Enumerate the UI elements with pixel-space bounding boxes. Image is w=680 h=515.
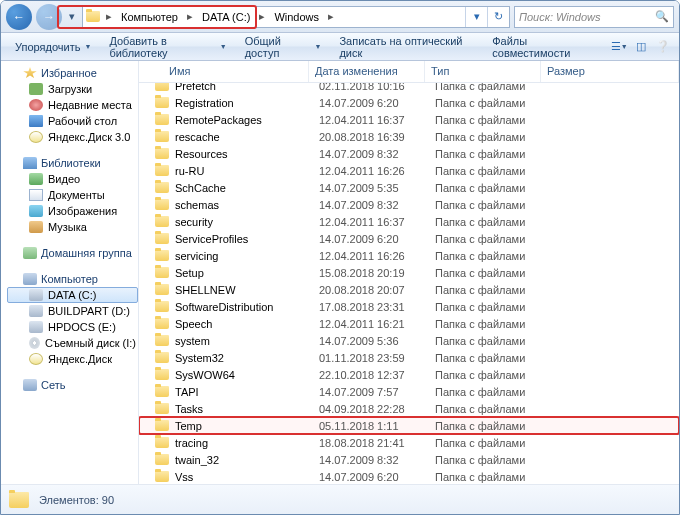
sidebar-item[interactable]: Документы [7,187,138,203]
folder-icon [155,199,169,210]
sidebar-item[interactable]: HPDOCS (E:) [7,319,138,335]
column-type[interactable]: Тип [425,61,541,82]
sidebar-item[interactable]: Яндекс.Диск [7,351,138,367]
breadcrumb-segment[interactable]: DATA (C:) [196,7,256,27]
include-library-button[interactable]: Добавить в библиотеку▼ [101,32,234,62]
breadcrumb-segment[interactable]: Windows [268,7,325,27]
file-row[interactable]: SysWOW6422.10.2018 12:37Папка с файлами [139,366,679,383]
file-row[interactable]: SoftwareDistribution17.08.2018 23:31Папк… [139,298,679,315]
column-name[interactable]: Имя [139,61,309,82]
file-row[interactable]: Speech12.04.2011 16:21Папка с файлами [139,315,679,332]
file-type: Папка с файлами [435,233,551,245]
sidebar-item[interactable]: Загрузки [7,81,138,97]
sidebar-item[interactable]: Недавние места [7,97,138,113]
organize-button[interactable]: Упорядочить▼ [7,38,99,56]
cd-icon [29,337,40,349]
view-options-button[interactable]: ☰▼ [609,37,629,57]
compat-files-button[interactable]: Файлы совместимости [484,32,605,62]
file-type: Папка с файлами [435,335,551,347]
navigation-pane: ▷Избранное ЗагрузкиНедавние местаРабочий… [1,61,139,484]
file-row[interactable]: Registration14.07.2009 6:20Папка с файла… [139,94,679,111]
file-date: 18.08.2018 21:41 [319,437,435,449]
file-date: 20.08.2018 20:07 [319,284,435,296]
address-dropdown[interactable]: ▾ [465,7,487,27]
file-row[interactable]: schemas14.07.2009 8:32Папка с файлами [139,196,679,213]
file-row[interactable]: servicing12.04.2011 16:26Папка с файлами [139,247,679,264]
folder-icon [155,318,169,329]
sidebar-group-computer[interactable]: ◢Компьютер [7,271,138,287]
chevron-right-icon[interactable]: ▸ [325,10,337,23]
file-type: Папка с файлами [435,437,551,449]
file-row[interactable]: system14.07.2009 5:36Папка с файлами [139,332,679,349]
file-row[interactable]: System3201.11.2018 23:59Папка с файлами [139,349,679,366]
sidebar-group-homegroup[interactable]: ▷Домашняя группа [7,245,138,261]
folder-icon [155,97,169,108]
nav-history-dropdown[interactable]: ▾ [66,8,78,26]
file-date: 14.07.2009 7:57 [319,386,435,398]
file-row[interactable]: Vss14.07.2009 6:20Папка с файлами [139,468,679,484]
file-date: 17.08.2018 23:31 [319,301,435,313]
file-row[interactable]: ServiceProfiles14.07.2009 6:20Папка с фа… [139,230,679,247]
file-type: Папка с файлами [435,318,551,330]
chevron-right-icon[interactable]: ▸ [256,10,268,23]
file-row[interactable]: Temp05.11.2018 1:11Папка с файлами [139,417,679,434]
file-type: Папка с файлами [435,114,551,126]
file-row[interactable]: rescache20.08.2018 16:39Папка с файлами [139,128,679,145]
sidebar-item[interactable]: Музыка [7,219,138,235]
refresh-button[interactable]: ↻ [487,7,509,27]
share-button[interactable]: Общий доступ▼ [237,32,330,62]
help-button[interactable]: ❔ [653,37,673,57]
folder-icon [155,250,169,261]
sidebar-item[interactable]: BUILDPART (D:) [7,303,138,319]
folder-icon [155,335,169,346]
sidebar-item[interactable]: Съемный диск (I:) [7,335,138,351]
address-bar[interactable]: ▸ Компьютер ▸ DATA (C:) ▸ Windows ▸ ▾ ↻ [82,6,510,28]
sidebar-item-label: Недавние места [48,99,132,111]
file-row[interactable]: twain_3214.07.2009 8:32Папка с файлами [139,451,679,468]
search-placeholder: Поиск: Windows [519,11,601,23]
file-row[interactable]: SHELLNEW20.08.2018 20:07Папка с файлами [139,281,679,298]
sidebar-item[interactable]: Видео [7,171,138,187]
sidebar-item[interactable]: DATA (C:) [7,287,138,303]
folder-icon [155,403,169,414]
sidebar-item-label: Изображения [48,205,117,217]
file-row[interactable]: Setup15.08.2018 20:19Папка с файлами [139,264,679,281]
libraries-icon [23,157,37,169]
file-type: Папка с файлами [435,148,551,160]
sidebar-item[interactable]: Яндекс.Диск 3.0 [7,129,138,145]
file-type: Папка с файлами [435,386,551,398]
column-date[interactable]: Дата изменения [309,61,425,82]
file-row[interactable]: ru-RU12.04.2011 16:26Папка с файлами [139,162,679,179]
file-row[interactable]: Prefetch02.11.2018 10:16Папка с файлами [139,83,679,94]
file-name: SysWOW64 [175,369,235,381]
sidebar-group-libraries[interactable]: ▷Библиотеки [7,155,138,171]
folder-icon [155,131,169,142]
file-row[interactable]: Tasks04.09.2018 22:28Папка с файлами [139,400,679,417]
file-date: 12.04.2011 16:37 [319,216,435,228]
forward-button[interactable]: → [36,4,62,30]
file-type: Папка с файлами [435,403,551,415]
file-row[interactable]: RemotePackages12.04.2011 16:37Папка с фа… [139,111,679,128]
folder-icon [155,216,169,227]
file-row[interactable]: SchCache14.07.2009 5:35Папка с файлами [139,179,679,196]
chevron-right-icon[interactable]: ▸ [103,10,115,23]
folder-icon [155,233,169,244]
file-row[interactable]: tracing18.08.2018 21:41Папка с файлами [139,434,679,451]
sidebar-item[interactable]: Изображения [7,203,138,219]
file-row[interactable]: TAPI14.07.2009 7:57Папка с файлами [139,383,679,400]
file-row[interactable]: security12.04.2011 16:37Папка с файлами [139,213,679,230]
sidebar-group-favorites[interactable]: ▷Избранное [7,65,138,81]
chevron-right-icon[interactable]: ▸ [184,10,196,23]
search-input[interactable]: Поиск: Windows 🔍 [514,6,674,28]
sidebar-group-network[interactable]: ▷Сеть [7,377,138,393]
breadcrumb-segment[interactable]: Компьютер [115,7,184,27]
file-name: system [175,335,210,347]
preview-pane-button[interactable]: ◫ [631,37,651,57]
column-size[interactable]: Размер [541,61,679,82]
file-row[interactable]: Resources14.07.2009 8:32Папка с файлами [139,145,679,162]
burn-button[interactable]: Записать на оптический диск [331,32,482,62]
sidebar-item[interactable]: Рабочий стол [7,113,138,129]
back-button[interactable]: ← [6,4,32,30]
file-name: Speech [175,318,212,330]
network-icon [23,379,37,391]
